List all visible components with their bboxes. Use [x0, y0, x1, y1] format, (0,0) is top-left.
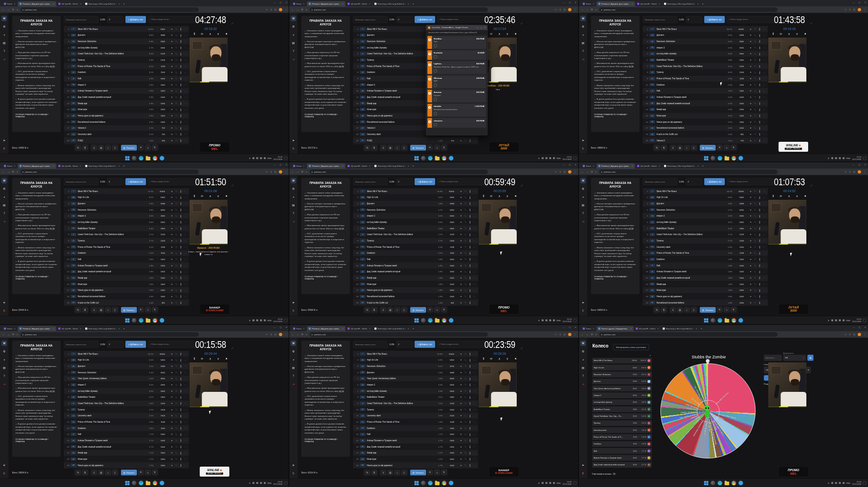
window-button-0[interactable]: — [563, 164, 565, 166]
tab-close-icon[interactable]: ✕ [80, 165, 81, 167]
tray-icon-2[interactable] [839, 157, 840, 159]
decrease-time-button[interactable]: ∨ [506, 194, 509, 198]
language-indicator[interactable]: ENG [557, 482, 561, 484]
lot-row[interactable]: 753BattleBlock Theater3.4%1900+✎▯⋯ [353, 226, 479, 231]
windows-start-icon[interactable] [704, 156, 708, 160]
lot-more-icon[interactable]: ⋯ [183, 295, 188, 298]
duration-input[interactable]: 120с [783, 355, 806, 361]
lot-delete-icon[interactable]: ▯ [757, 227, 762, 230]
tab-close-icon[interactable]: ✕ [14, 165, 15, 167]
hltb-link[interactable]: HLTB [50, 227, 55, 230]
lot-row[interactable]: 17Silent Hill 4 The Room26.9%15000+✎▯⋯ [353, 188, 479, 194]
lot-more-icon[interactable]: ⋯ [762, 121, 766, 123]
lot-search-input[interactable]: ⌕ Поиск среди лотов... [727, 16, 775, 23]
browser-tab-3[interactable]: How long is Wo Long Fallen D...✕ [83, 326, 122, 331]
new-lot-amount-input[interactable]: ₽ [396, 341, 413, 347]
donation-reply-icon[interactable] [434, 44, 437, 47]
lot-row[interactable]: 1743Фнаф ада1.7%1000+✎▯⋯ [353, 450, 479, 456]
new-lot-amount-input[interactable]: ₽ [396, 16, 413, 23]
tray-chevron-icon[interactable]: ∧ [249, 157, 251, 159]
lot-edit-icon[interactable]: ✎ [174, 289, 179, 292]
lot-edit-icon[interactable]: ✎ [753, 114, 757, 117]
lot-edit-icon[interactable]: ✎ [174, 408, 179, 410]
lot-add-icon[interactable]: + [170, 252, 174, 255]
tray-icon-3[interactable] [553, 157, 555, 159]
tray-icon-2[interactable] [839, 319, 840, 321]
lot-row[interactable]: 1534Алёша Попович и Тугарин змей1.7%1000… [64, 437, 189, 443]
explorer-folder-icon[interactable] [145, 481, 150, 485]
currency-button[interactable]: $ [371, 145, 377, 150]
lot-edit-icon[interactable]: ✎ [463, 420, 468, 423]
lot-delete-icon[interactable]: ▯ [468, 301, 472, 304]
lot-delete-icon[interactable]: ▯ [179, 114, 183, 117]
lot-more-icon[interactable]: ⋯ [472, 283, 477, 285]
window-button-1[interactable]: ▢ [280, 326, 281, 328]
lot-row[interactable]: 1548Ненси дрю си оф даркнесс2.9%1000+✎▯⋯ [64, 113, 189, 119]
wheel-list-item[interactable]: Tyranny15042.5 %▾ [592, 420, 652, 426]
lot-more-icon[interactable]: ⋯ [183, 283, 188, 285]
sound-button[interactable]: ♪ [394, 307, 400, 313]
lot-row[interactable]: 541wo long fallen dynasty4.0%2000+✎▯⋯ [642, 51, 768, 57]
tray-icon-0[interactable] [831, 482, 833, 484]
browser-tab-1[interactable]: Pointauc | Аукцион для стрим...✕ [18, 326, 56, 331]
lot-search-input[interactable]: ⌕ Поиск среди лотов... [437, 16, 485, 23]
new-lot-name-input[interactable]: Название нового лота [64, 341, 98, 347]
lot-row[interactable]: 89Grand Theft Auto: Vice City – The Defi… [64, 231, 189, 237]
menu-dots-icon[interactable]: ⋮ [285, 171, 287, 174]
lot-row[interactable]: 1114Geometry dash2.5%1500+✎▯⋯ [64, 413, 189, 419]
lot-row[interactable]: 17Silent Hill 4 The Room24.9%15000+✎▯⋯ [353, 351, 479, 357]
lot-more-icon[interactable]: ⋯ [762, 295, 766, 298]
lot-more-icon[interactable]: ⋯ [472, 276, 477, 279]
site-info-icon[interactable]: ▸ [312, 171, 313, 173]
lot-add-icon[interactable]: + [748, 139, 753, 142]
lot-more-icon[interactable]: ⋯ [762, 28, 766, 30]
boosty-icon[interactable]: b [1, 471, 7, 476]
lot-more-icon[interactable]: ⋯ [183, 270, 188, 273]
lot-row[interactable]: 1434Алёша Попович и Тугарин змей1.8%1000… [642, 269, 768, 275]
lot-edit-icon[interactable]: ✎ [463, 458, 468, 460]
timer-expand-icon[interactable]: ⤢ [232, 347, 233, 349]
lot-delete-icon[interactable]: ▯ [179, 52, 183, 55]
new-lot-amount-input[interactable]: ₽ [107, 178, 124, 185]
lot-more-icon[interactable]: ⋯ [762, 270, 766, 273]
lot-delete-icon[interactable]: ▯ [757, 133, 762, 135]
new-tab-button[interactable]: + [412, 2, 414, 5]
lot-more-icon[interactable]: ⋯ [762, 239, 766, 242]
explorer-folder-icon[interactable] [145, 156, 150, 160]
downloads-icon[interactable]: ⇓ [270, 171, 272, 174]
refresh-button[interactable]: ↻ [364, 470, 370, 475]
rules-toggle-button[interactable]: ▥Правила [121, 469, 137, 475]
docs-icon[interactable]: ▤ [291, 203, 296, 208]
lot-row[interactable]: 17Silent Hill 4 The Room26.5%15000+✎▯⋯ [642, 188, 768, 194]
tab-close-icon[interactable]: ✕ [407, 328, 409, 330]
window-button-2[interactable]: ✕ [575, 164, 577, 166]
lot-more-icon[interactable]: ⋯ [472, 139, 477, 142]
lot-row[interactable]: 1848Ненси дрю си оф даркнесс1.8%1000+✎▯⋯ [642, 294, 768, 299]
tray-icon-3[interactable] [264, 157, 266, 159]
new-tab-button[interactable]: + [123, 2, 125, 5]
lot-edit-icon[interactable]: ✎ [174, 458, 179, 460]
telegram-icon[interactable] [449, 318, 453, 323]
docs-icon[interactable]: ▤ [580, 365, 586, 370]
increase-time-button[interactable]: ∧ [209, 194, 211, 198]
tab-close-icon[interactable]: ✕ [631, 165, 633, 167]
hltb-link[interactable]: HLTB [339, 65, 344, 68]
lot-edit-icon[interactable]: ✎ [174, 227, 179, 230]
lot-row[interactable]: 99Grand Theft Auto: Vice City – The Defi… [64, 400, 189, 406]
restart-timer-button[interactable]: ⟳ [490, 194, 493, 198]
lot-edit-icon[interactable]: ✎ [753, 246, 757, 248]
lot-edit-icon[interactable]: ✎ [463, 358, 468, 361]
menu-dots-icon[interactable]: ⋮ [285, 333, 287, 336]
telegram-icon[interactable]: ➤ [580, 300, 586, 305]
lot-delete-icon[interactable]: ▯ [179, 426, 183, 429]
help-icon[interactable]: ? [580, 48, 586, 54]
lot-add-icon[interactable]: + [170, 301, 174, 304]
browser-tab-2[interactable]: (6) QuinIR - Twitch✕ [57, 164, 83, 169]
settings-gear-icon[interactable]: ⚙ [580, 348, 586, 354]
tab-close-icon[interactable]: ✕ [14, 3, 15, 5]
browser-tab-1[interactable]: Pointauc | Аукцион для стрим...✕ [307, 164, 345, 169]
lot-delete-icon[interactable]: ▯ [468, 289, 472, 292]
lot-more-icon[interactable]: ⋯ [762, 264, 766, 267]
lot-more-icon[interactable]: ⋯ [183, 96, 188, 98]
lot-delete-icon[interactable]: ▯ [179, 264, 183, 267]
